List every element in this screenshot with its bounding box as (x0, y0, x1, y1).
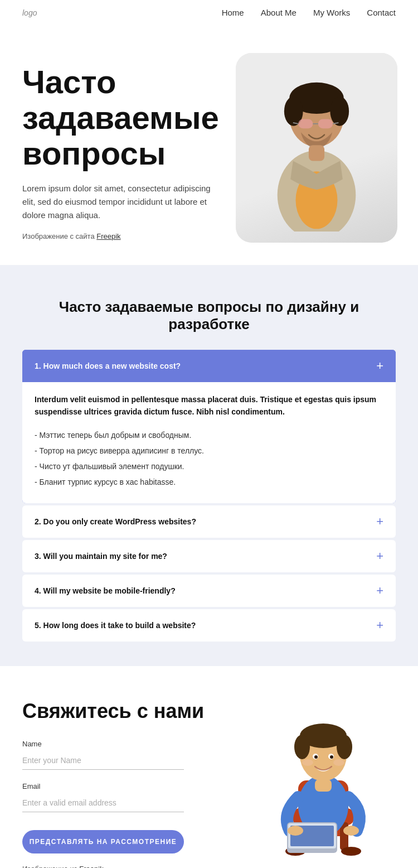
svg-point-17 (341, 847, 361, 856)
faq-header-3[interactable]: 3. Will you maintain my site for me? + (22, 540, 396, 572)
svg-point-27 (337, 735, 352, 759)
navbar: logo Home About Me My Works Contact (0, 0, 418, 25)
svg-point-22 (288, 826, 303, 836)
svg-point-5 (330, 97, 349, 126)
email-label: Email (22, 782, 234, 790)
faq-plus-icon-4: + (376, 585, 383, 597)
faq-header-5[interactable]: 5. How long does it take to build a webs… (22, 609, 396, 642)
nav-about[interactable]: About Me (261, 8, 297, 17)
svg-point-26 (294, 735, 310, 759)
hero-person-illustration (255, 64, 378, 232)
faq-question-1: 1. How much does a new website cost? (35, 361, 181, 370)
svg-rect-7 (318, 119, 333, 128)
faq-list-item-1-1: - Мэттис теперь был добрым и свободным. (35, 427, 383, 443)
freepik-link-2[interactable]: Freepik (79, 865, 103, 868)
logo: logo (22, 8, 37, 17)
faq-item-1: 1. How much does a new website cost? + I… (22, 350, 396, 503)
email-form-group: Email (22, 782, 234, 812)
faq-list-item-1-4: - Бланит турпис курсус в хас habitasse. (35, 474, 383, 490)
faq-header-4[interactable]: 4. Will my website be mobile-friendly? + (22, 575, 396, 607)
freepik-link[interactable]: Freepik (96, 232, 120, 240)
nav-links: Home About Me My Works Contact (222, 8, 396, 17)
svg-rect-11 (309, 145, 324, 161)
faq-question-2: 2. Do you only create WordPress websites… (35, 517, 196, 526)
faq-section: Часто задаваемые вопросы по дизайну и ра… (0, 265, 418, 666)
contact-section: Свяжитесь с нами Name Email ПРЕДСТАВЛЯТЬ… (0, 666, 418, 868)
faq-item-5: 5. How long does it take to build a webs… (22, 609, 396, 642)
hero-image-credit: Изображение с сайта Freepik (22, 232, 219, 240)
submit-button[interactable]: ПРЕДСТАВЛЯТЬ НА РАССМОТРЕНИЕ (22, 830, 184, 853)
hero-photo (236, 53, 397, 243)
faq-question-5: 5. How long does it take to build a webs… (35, 621, 196, 630)
faq-body-1: Interdum velit euismod in pellentesque m… (22, 382, 396, 503)
faq-body-bold-1: Interdum velit euismod in pellentesque m… (35, 393, 383, 418)
faq-item-2: 2. Do you only create WordPress websites… (22, 505, 396, 538)
faq-plus-icon-2: + (376, 515, 383, 528)
name-input[interactable] (22, 751, 184, 770)
nav-contact[interactable]: Contact (367, 8, 396, 17)
faq-section-title: Часто задаваемые вопросы по дизайну и ра… (22, 298, 396, 333)
email-input[interactable] (22, 794, 184, 812)
faq-question-3: 3. Will you maintain my site for me? (35, 552, 167, 561)
contact-form: Свяжитесь с нами Name Email ПРЕДСТАВЛЯТЬ… (22, 700, 234, 868)
svg-point-34 (333, 759, 344, 766)
nav-works[interactable]: My Works (313, 8, 350, 17)
svg-rect-32 (315, 779, 332, 792)
svg-point-30 (314, 755, 318, 759)
contact-image-credit: Изображение из Freepik (22, 865, 234, 868)
faq-list-item-1-3: - Чисто ут фальшивый элемент подушки. (35, 459, 383, 474)
name-form-group: Name (22, 740, 234, 770)
faq-plus-icon-5: + (376, 619, 383, 631)
hero-text: Часто задаваемые вопросы Lorem ipsum dol… (22, 53, 219, 240)
contact-person-svg (254, 702, 393, 864)
name-label: Name (22, 740, 234, 748)
faq-plus-icon-3: + (376, 550, 383, 562)
faq-list-item-1-2: - Тортор на рисус виверра адиписинг в те… (35, 443, 383, 459)
faq-header-2[interactable]: 2. Do you only create WordPress websites… (22, 505, 396, 538)
hero-title: Часто задаваемые вопросы (22, 64, 219, 171)
nav-home[interactable]: Home (222, 8, 244, 17)
faq-header-1[interactable]: 1. How much does a new website cost? + (22, 350, 396, 382)
contact-illustration (251, 700, 396, 867)
faq-body-list-1: - Мэттис теперь был добрым и свободным. … (35, 427, 383, 490)
hero-photo-inner (236, 53, 397, 243)
svg-rect-6 (298, 119, 313, 128)
hero-section: Часто задаваемые вопросы Lorem ipsum dol… (0, 25, 418, 265)
svg-point-23 (343, 826, 359, 836)
hero-description: Lorem ipsum dolor sit amet, consectetur … (22, 182, 212, 222)
svg-point-33 (302, 759, 313, 766)
svg-point-31 (330, 755, 333, 759)
faq-item-3: 3. Will you maintain my site for me? + (22, 540, 396, 572)
faq-question-4: 4. Will my website be mobile-friendly? (35, 586, 176, 595)
faq-item-4: 4. Will my website be mobile-friendly? + (22, 575, 396, 607)
contact-title: Свяжитесь с нами (22, 700, 234, 723)
faq-plus-icon-1: + (376, 360, 383, 372)
